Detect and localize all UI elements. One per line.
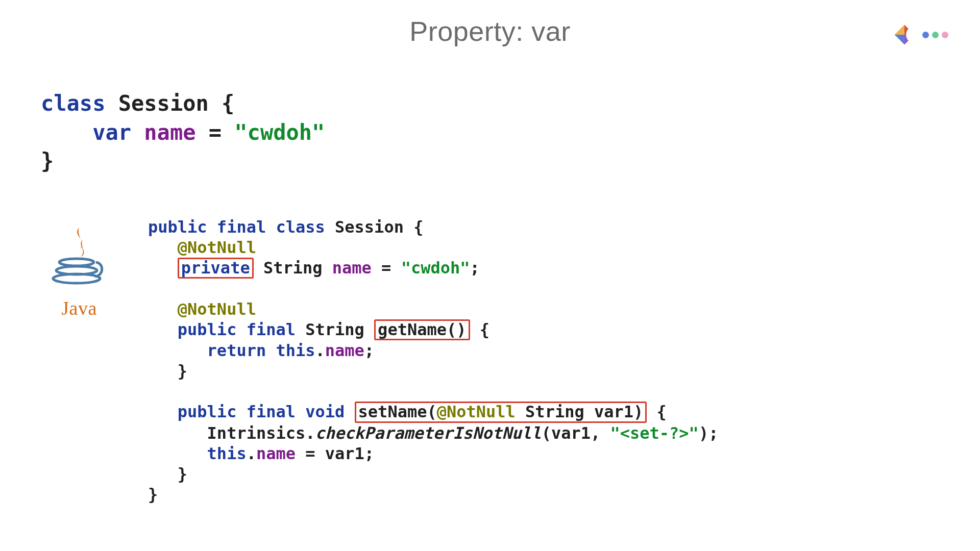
text: } <box>148 485 158 504</box>
keyword: class <box>41 91 105 116</box>
keyword: public final <box>178 320 296 339</box>
method-call: checkParameterIsNotNull <box>315 423 542 443</box>
method-name: setName( <box>358 402 437 421</box>
field-name: name <box>325 341 364 360</box>
text <box>131 120 144 145</box>
java-word: Java <box>48 297 110 319</box>
text: Session { <box>325 217 424 237</box>
class-name: Session <box>118 91 209 116</box>
text <box>345 402 354 421</box>
text: String <box>254 258 332 278</box>
text: String <box>296 320 374 339</box>
text: ); <box>699 423 719 443</box>
text: } <box>178 361 187 381</box>
text: = <box>195 120 234 145</box>
dot-icon <box>922 32 929 38</box>
annotation: @NotNull <box>178 238 256 257</box>
keyword: private <box>181 258 250 278</box>
string-literal: "<set-?>" <box>610 423 698 443</box>
keyword: public final void <box>178 402 345 421</box>
dot-icon <box>942 32 948 38</box>
field-name: name <box>332 258 372 278</box>
highlight-box-getname: getName() <box>374 319 470 340</box>
java-cup-icon <box>51 224 107 296</box>
indent <box>41 120 92 145</box>
highlight-box-private: private <box>178 258 254 279</box>
kotlin-icon <box>893 23 916 46</box>
keyword: this <box>207 444 247 463</box>
text: . <box>315 341 325 360</box>
text: { <box>647 402 667 421</box>
text <box>105 91 118 116</box>
text: (var1, <box>542 423 610 443</box>
logo-dots <box>922 32 948 38</box>
annotation: @NotNull <box>178 299 256 319</box>
text: . <box>247 444 256 463</box>
text: ; <box>470 258 480 278</box>
text: String var1) <box>516 402 643 421</box>
text: = <box>372 258 401 278</box>
text: { <box>209 91 235 116</box>
keyword: var <box>92 120 131 145</box>
slide-title: Property: var <box>0 15 980 47</box>
annotation: @NotNull <box>437 402 516 421</box>
text: Intrinsics. <box>207 423 315 443</box>
highlight-box-setname: setName(@NotNull String var1) <box>355 402 647 422</box>
text: { <box>470 320 490 339</box>
field-name: name <box>256 444 296 463</box>
text: } <box>41 148 54 173</box>
kotlin-logo-block <box>893 23 948 46</box>
property-name: name <box>144 120 195 145</box>
svg-point-0 <box>59 259 94 266</box>
keyword: return this <box>207 341 315 360</box>
text: } <box>178 464 187 484</box>
text: = var1; <box>296 444 374 463</box>
string-literal: "cwdoh" <box>401 258 470 278</box>
java-code-block: public final class Session { @NotNull pr… <box>148 217 718 505</box>
string-literal: "cwdoh" <box>234 120 325 145</box>
java-logo: Java <box>48 224 110 319</box>
dot-icon <box>932 32 939 38</box>
text: ; <box>364 341 374 360</box>
keyword: public final class <box>148 217 325 237</box>
kotlin-code-block: class Session { var name = "cwdoh" } <box>41 89 325 176</box>
method-name: getName() <box>378 320 466 339</box>
